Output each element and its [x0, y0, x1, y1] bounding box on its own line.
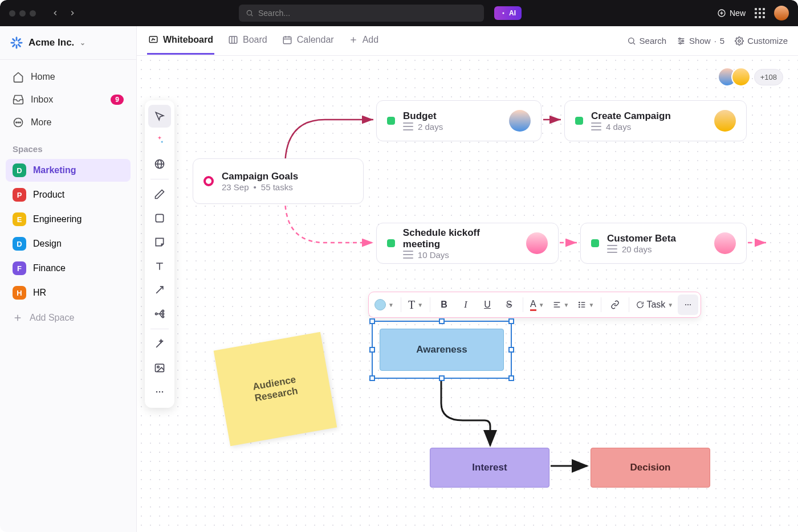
card-title: Budget — [403, 111, 443, 122]
card-kickoff-meeting[interactable]: Schedule kickoff meeting 10 Days — [376, 223, 559, 264]
user-avatar[interactable] — [774, 6, 789, 21]
space-icon: F — [13, 261, 26, 275]
svg-point-63 — [685, 304, 686, 305]
nav-back-button[interactable] — [48, 6, 62, 20]
space-icon: H — [13, 286, 26, 300]
nav-home[interactable]: Home — [6, 66, 131, 88]
space-item-product[interactable]: PProduct — [6, 183, 131, 206]
assignee-avatar[interactable] — [509, 110, 531, 132]
flow-node-decision[interactable]: Decision — [591, 448, 710, 488]
nav-inbox[interactable]: Inbox 9 — [6, 88, 131, 111]
global-search-input[interactable]: Search... — [239, 5, 484, 22]
tool-text[interactable] — [148, 255, 171, 277]
whiteboard-tool-rail — [145, 100, 174, 408]
svg-point-37 — [679, 42, 681, 44]
tab-calendar[interactable]: Calendar — [281, 27, 335, 55]
fmt-strikethrough[interactable]: S — [499, 294, 519, 315]
flow-node-interest[interactable]: Interest — [430, 448, 549, 488]
view-customize-button[interactable]: Customize — [735, 36, 788, 46]
description-icon — [591, 122, 601, 130]
card-budget[interactable]: Budget 2 days — [376, 100, 542, 141]
svg-point-17 — [20, 122, 21, 123]
card-title: Campaign Goals — [222, 171, 298, 182]
tool-connector[interactable] — [148, 279, 171, 301]
tool-mindmap[interactable] — [148, 302, 171, 325]
fmt-convert-task[interactable]: Task▼ — [633, 294, 677, 315]
tab-whiteboard[interactable]: Whiteboard — [147, 27, 214, 55]
fmt-font[interactable]: T▼ — [405, 294, 426, 315]
description-icon — [403, 122, 413, 130]
fmt-underline[interactable]: U — [477, 294, 498, 315]
fmt-more[interactable] — [678, 294, 698, 315]
svg-point-16 — [18, 122, 19, 123]
chevron-down-icon: ⌄ — [80, 39, 85, 47]
card-title: Customer Beta — [607, 233, 676, 244]
home-icon — [13, 71, 24, 83]
presence-avatars[interactable]: +108 — [723, 67, 783, 87]
svg-rect-24 — [283, 37, 291, 44]
assignee-avatar[interactable] — [714, 232, 736, 254]
space-item-finance[interactable]: FFinance — [6, 257, 131, 280]
assignee-avatar[interactable] — [714, 110, 736, 132]
space-label: Finance — [33, 263, 66, 273]
apps-grid-button[interactable] — [755, 8, 765, 18]
svg-rect-21 — [229, 36, 237, 43]
card-title: Schedule kickoff meeting — [403, 227, 519, 250]
nav-more[interactable]: More — [6, 111, 131, 134]
workspace-switcher[interactable]: Acme Inc. ⌄ — [0, 26, 136, 60]
tool-web[interactable] — [148, 153, 171, 175]
svg-point-15 — [16, 122, 17, 123]
space-item-design[interactable]: DDesign — [6, 232, 131, 255]
assignee-avatar[interactable] — [526, 232, 548, 254]
tool-magic[interactable] — [148, 333, 171, 355]
fmt-text-color[interactable]: A▼ — [527, 294, 548, 315]
nav-forward-button[interactable] — [66, 6, 79, 20]
view-search-button[interactable]: Search — [627, 36, 667, 46]
space-item-marketing[interactable]: DMarketing — [6, 159, 131, 182]
fmt-fill-color[interactable]: ▼ — [371, 294, 397, 315]
fmt-align[interactable]: ▼ — [549, 294, 573, 315]
add-space-button[interactable]: Add Space — [0, 306, 136, 330]
sticky-note-audience-research[interactable]: Audience Research — [214, 332, 337, 446]
format-toolbar: ▼ T▼ B I U S A▼ ▼ ▼ Task▼ — [368, 292, 701, 318]
card-create-campaign[interactable]: Create Campaign 4 days — [564, 100, 747, 141]
inbox-icon — [13, 94, 24, 105]
svg-rect-42 — [156, 214, 163, 222]
tool-pen[interactable] — [148, 183, 171, 206]
status-ring-icon — [203, 176, 214, 186]
new-button[interactable]: New — [717, 9, 746, 18]
space-label: Engineering — [33, 214, 82, 224]
svg-point-65 — [690, 304, 691, 305]
status-square-icon — [387, 117, 395, 125]
whiteboard-icon — [148, 35, 158, 45]
tool-pointer[interactable] — [148, 105, 171, 128]
fmt-italic[interactable]: I — [455, 294, 476, 315]
flow-node-awareness[interactable]: Awareness — [380, 329, 504, 371]
card-campaign-goals[interactable]: Campaign Goals 23 Sep • 55 tasks — [193, 158, 364, 204]
tab-board[interactable]: Board — [227, 27, 268, 55]
view-show-button[interactable]: Show · 5 — [677, 36, 724, 46]
tool-shape[interactable] — [148, 207, 171, 230]
tool-image[interactable] — [148, 357, 171, 379]
window-controls[interactable] — [9, 10, 36, 17]
selection-frame[interactable]: Awareness — [372, 321, 512, 379]
tool-sticky[interactable] — [148, 231, 171, 253]
presence-more-count[interactable]: +108 — [754, 69, 783, 85]
gear-icon — [735, 36, 744, 46]
whiteboard-canvas[interactable]: +108 — [137, 56, 798, 532]
svg-point-38 — [738, 40, 740, 42]
svg-point-30 — [628, 38, 633, 43]
ai-button[interactable]: AI — [494, 6, 522, 20]
tool-ai[interactable] — [148, 129, 171, 152]
card-customer-beta[interactable]: Customer Beta 20 days — [580, 223, 747, 264]
spaces-section-label: Spaces — [0, 136, 136, 157]
tool-more[interactable] — [148, 380, 171, 403]
search-placeholder: Search... — [258, 9, 290, 18]
space-item-engineering[interactable]: EEngineering — [6, 208, 131, 231]
tab-add-view[interactable]: Add — [348, 27, 380, 55]
fmt-link[interactable] — [605, 294, 625, 315]
space-item-hr[interactable]: HHR — [6, 281, 131, 304]
fmt-list[interactable]: ▼ — [574, 294, 598, 315]
card-title: Create Campaign — [591, 111, 671, 122]
fmt-bold[interactable]: B — [434, 294, 454, 315]
